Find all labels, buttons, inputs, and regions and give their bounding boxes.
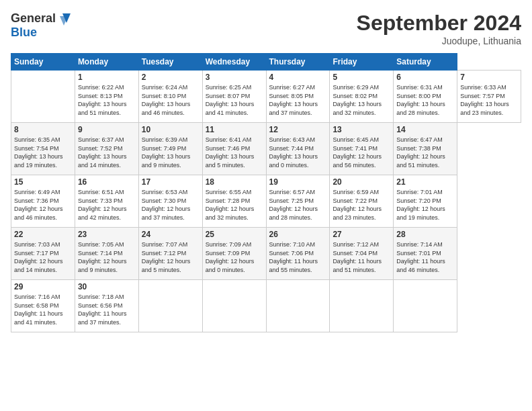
calendar-cell: 30Sunrise: 7:18 AMSunset: 6:56 PMDayligh… xyxy=(75,280,138,332)
calendar-page: General Blue September 2024 Juodupe, Lit… xyxy=(0,0,532,411)
title-block: September 2024 Juodupe, Lithuania xyxy=(357,11,521,46)
page-header: General Blue September 2024 Juodupe, Lit… xyxy=(11,11,521,46)
calendar-cell: 4Sunrise: 6:27 AMSunset: 8:05 PMDaylight… xyxy=(266,71,330,123)
calendar-cell: 10Sunrise: 6:39 AMSunset: 7:49 PMDayligh… xyxy=(138,123,202,175)
cell-text: Sunrise: 7:09 AMSunset: 7:09 PMDaylight:… xyxy=(206,241,255,273)
calendar-cell: 24Sunrise: 7:07 AMSunset: 7:12 PMDayligh… xyxy=(138,228,202,280)
day-number: 15 xyxy=(14,177,72,187)
calendar-cell: 3Sunrise: 6:25 AMSunset: 8:07 PMDaylight… xyxy=(202,71,266,123)
calendar-cell: 26Sunrise: 7:10 AMSunset: 7:06 PMDayligh… xyxy=(266,228,330,280)
logo-blue-text: Blue xyxy=(11,26,72,40)
day-number: 5 xyxy=(332,73,390,82)
day-number: 7 xyxy=(460,73,518,82)
header-tuesday: Tuesday xyxy=(138,54,202,71)
calendar-cell: 23Sunrise: 7:05 AMSunset: 7:14 PMDayligh… xyxy=(75,228,138,280)
day-number: 22 xyxy=(14,230,72,239)
calendar-cell xyxy=(394,280,457,332)
calendar-cell: 21Sunrise: 7:01 AMSunset: 7:20 PMDayligh… xyxy=(394,175,457,228)
calendar-cell: 5Sunrise: 6:29 AMSunset: 8:02 PMDaylight… xyxy=(330,71,394,123)
calendar-week-row: 8Sunrise: 6:35 AMSunset: 7:54 PMDaylight… xyxy=(11,123,521,175)
day-number: 18 xyxy=(206,177,263,187)
calendar-cell: 29Sunrise: 7:16 AMSunset: 6:58 PMDayligh… xyxy=(11,280,75,332)
calendar-cell: 6Sunrise: 6:31 AMSunset: 8:00 PMDaylight… xyxy=(394,71,457,123)
cell-text: Sunrise: 6:25 AMSunset: 8:07 PMDaylight:… xyxy=(206,84,255,116)
day-number: 24 xyxy=(142,230,200,239)
cell-text: Sunrise: 7:03 AMSunset: 7:17 PMDaylight:… xyxy=(14,241,63,273)
calendar-cell xyxy=(11,71,75,123)
cell-text: Sunrise: 7:16 AMSunset: 6:58 PMDaylight:… xyxy=(14,293,63,326)
calendar-cell: 27Sunrise: 7:12 AMSunset: 7:04 PMDayligh… xyxy=(330,228,394,280)
calendar-cell: 8Sunrise: 6:35 AMSunset: 7:54 PMDaylight… xyxy=(11,123,75,175)
cell-text: Sunrise: 6:29 AMSunset: 8:02 PMDaylight:… xyxy=(332,84,382,116)
calendar-week-row: 15Sunrise: 6:49 AMSunset: 7:36 PMDayligh… xyxy=(11,175,521,228)
day-number: 23 xyxy=(78,230,136,239)
header-saturday: Saturday xyxy=(394,54,457,71)
day-number: 19 xyxy=(269,177,327,187)
calendar-cell: 14Sunrise: 6:47 AMSunset: 7:38 PMDayligh… xyxy=(394,123,457,175)
day-number: 4 xyxy=(269,73,327,82)
cell-text: Sunrise: 6:45 AMSunset: 7:41 PMDaylight:… xyxy=(332,136,382,169)
calendar-cell: 18Sunrise: 6:55 AMSunset: 7:28 PMDayligh… xyxy=(202,175,266,228)
cell-text: Sunrise: 6:39 AMSunset: 7:49 PMDaylight:… xyxy=(142,136,191,169)
location: Juodupe, Lithuania xyxy=(357,36,521,46)
calendar-cell: 19Sunrise: 6:57 AMSunset: 7:25 PMDayligh… xyxy=(266,175,330,228)
calendar-week-row: 29Sunrise: 7:16 AMSunset: 6:58 PMDayligh… xyxy=(11,280,521,332)
cell-text: Sunrise: 7:14 AMSunset: 7:01 PMDaylight:… xyxy=(396,241,445,273)
cell-text: Sunrise: 6:27 AMSunset: 8:05 PMDaylight:… xyxy=(269,84,318,116)
logo: General Blue xyxy=(11,11,72,40)
calendar-cell: 28Sunrise: 7:14 AMSunset: 7:01 PMDayligh… xyxy=(394,228,457,280)
cell-text: Sunrise: 6:33 AMSunset: 7:57 PMDaylight:… xyxy=(460,84,509,116)
cell-text: Sunrise: 6:51 AMSunset: 7:33 PMDaylight:… xyxy=(78,189,127,221)
header-monday: Monday xyxy=(75,54,138,71)
day-number: 9 xyxy=(78,125,136,134)
calendar-cell xyxy=(138,280,202,332)
day-number: 30 xyxy=(78,282,136,291)
header-wednesday: Wednesday xyxy=(202,54,266,71)
cell-text: Sunrise: 6:47 AMSunset: 7:38 PMDaylight:… xyxy=(396,136,445,169)
day-number: 20 xyxy=(332,177,390,187)
calendar-cell: 12Sunrise: 6:43 AMSunset: 7:44 PMDayligh… xyxy=(266,123,330,175)
day-number: 11 xyxy=(206,125,263,134)
month-title: September 2024 xyxy=(357,11,521,36)
day-number: 14 xyxy=(396,125,454,134)
day-number: 28 xyxy=(396,230,454,239)
day-number: 10 xyxy=(142,125,200,134)
calendar-header-row: SundayMondayTuesdayWednesdayThursdayFrid… xyxy=(11,54,521,71)
cell-text: Sunrise: 6:37 AMSunset: 7:52 PMDaylight:… xyxy=(78,136,127,169)
day-number: 2 xyxy=(142,73,200,82)
calendar-cell: 7Sunrise: 6:33 AMSunset: 7:57 PMDaylight… xyxy=(457,71,521,123)
cell-text: Sunrise: 6:57 AMSunset: 7:25 PMDaylight:… xyxy=(269,189,318,221)
day-number: 1 xyxy=(78,73,136,82)
calendar-cell xyxy=(266,280,330,332)
calendar-cell: 9Sunrise: 6:37 AMSunset: 7:52 PMDaylight… xyxy=(75,123,138,175)
calendar-week-row: 1Sunrise: 6:22 AMSunset: 8:13 PMDaylight… xyxy=(11,71,521,123)
day-number: 29 xyxy=(14,282,72,291)
calendar-cell: 15Sunrise: 6:49 AMSunset: 7:36 PMDayligh… xyxy=(11,175,75,228)
day-number: 26 xyxy=(269,230,327,239)
calendar-cell: 11Sunrise: 6:41 AMSunset: 7:46 PMDayligh… xyxy=(202,123,266,175)
calendar-cell xyxy=(202,280,266,332)
day-number: 25 xyxy=(206,230,263,239)
cell-text: Sunrise: 6:22 AMSunset: 8:13 PMDaylight:… xyxy=(78,84,127,116)
calendar-table: SundayMondayTuesdayWednesdayThursdayFrid… xyxy=(11,53,521,332)
header-thursday: Thursday xyxy=(266,54,330,71)
logo-general-text: General xyxy=(11,11,56,26)
calendar-cell: 25Sunrise: 7:09 AMSunset: 7:09 PMDayligh… xyxy=(202,228,266,280)
cell-text: Sunrise: 7:10 AMSunset: 7:06 PMDaylight:… xyxy=(269,241,318,273)
cell-text: Sunrise: 7:12 AMSunset: 7:04 PMDaylight:… xyxy=(332,241,382,273)
cell-text: Sunrise: 6:49 AMSunset: 7:36 PMDaylight:… xyxy=(14,189,63,221)
logo-icon xyxy=(57,11,72,26)
cell-text: Sunrise: 6:35 AMSunset: 7:54 PMDaylight:… xyxy=(14,136,63,169)
cell-text: Sunrise: 7:07 AMSunset: 7:12 PMDaylight:… xyxy=(142,241,191,273)
calendar-cell: 20Sunrise: 6:59 AMSunset: 7:22 PMDayligh… xyxy=(330,175,394,228)
day-number: 21 xyxy=(396,177,454,187)
cell-text: Sunrise: 6:53 AMSunset: 7:30 PMDaylight:… xyxy=(142,189,191,221)
calendar-cell: 17Sunrise: 6:53 AMSunset: 7:30 PMDayligh… xyxy=(138,175,202,228)
day-number: 17 xyxy=(142,177,200,187)
calendar-cell: 1Sunrise: 6:22 AMSunset: 8:13 PMDaylight… xyxy=(75,71,138,123)
cell-text: Sunrise: 6:43 AMSunset: 7:44 PMDaylight:… xyxy=(269,136,318,169)
header-sunday: Sunday xyxy=(11,54,75,71)
cell-text: Sunrise: 7:01 AMSunset: 7:20 PMDaylight:… xyxy=(396,189,445,221)
day-number: 27 xyxy=(332,230,390,239)
cell-text: Sunrise: 6:59 AMSunset: 7:22 PMDaylight:… xyxy=(332,189,382,221)
